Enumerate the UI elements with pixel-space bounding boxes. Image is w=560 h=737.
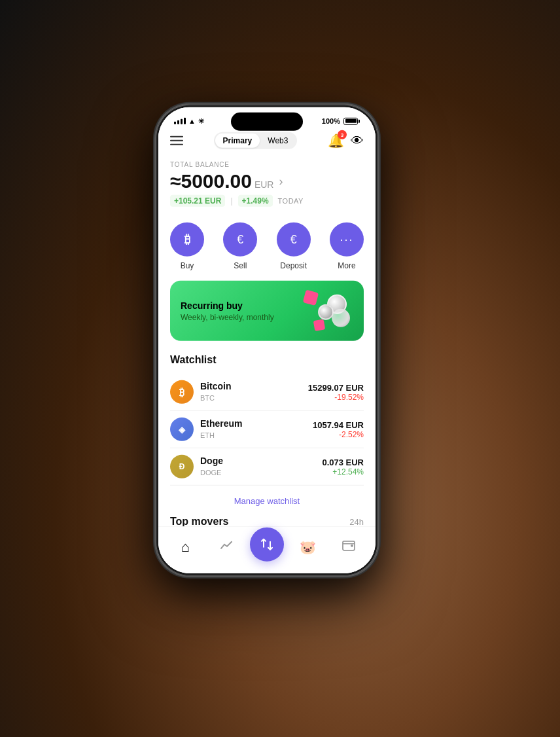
- buy-icon-circle: ₿: [170, 223, 204, 257]
- signal-bar-4: [184, 118, 186, 124]
- main-content: TOTAL BALANCE ≈5000.00EUR › +105.21 EUR …: [158, 156, 376, 543]
- nav-markets[interactable]: [205, 537, 246, 556]
- coin-info-btc: ₿ Bitcoin BTC: [170, 380, 231, 404]
- swap-button[interactable]: [250, 527, 284, 561]
- more-icon: ···: [340, 232, 353, 246]
- signal-bars: [174, 118, 186, 124]
- nav-savings[interactable]: 🐷: [287, 539, 328, 554]
- savings-icon: 🐷: [300, 539, 316, 554]
- btc-change: -19.52%: [308, 392, 364, 401]
- more-icon-circle: ···: [330, 223, 364, 257]
- deco-shape-2: [313, 319, 326, 332]
- eth-price: 1057.94 EUR -2.52%: [313, 420, 364, 439]
- nav-swap[interactable]: [247, 527, 287, 566]
- home-icon: ⌂: [181, 538, 190, 555]
- balance-change: +105.21 EUR | +1.49% TODAY: [170, 195, 364, 207]
- deposit-icon: €: [290, 232, 297, 246]
- swap-icon: [259, 536, 275, 552]
- status-right: 100%: [322, 117, 360, 125]
- banner-subtitle: Weekly, bi-weekly, monthly: [181, 312, 274, 321]
- eth-icon: ◈: [170, 418, 194, 441]
- nav-header: Primary Web3 🔔 3 👁: [158, 128, 376, 156]
- hamburger-line-1: [170, 136, 183, 137]
- watchlist-section: Watchlist ₿ Bitcoin BTC: [170, 354, 364, 516]
- deposit-icon-circle: €: [277, 223, 311, 257]
- doge-name: Doge: [200, 456, 223, 466]
- doge-price-value: 0.073 EUR: [322, 457, 364, 467]
- coin-info-eth: ◈ Ethereum ETH: [170, 418, 243, 441]
- watchlist-item-doge[interactable]: Ð Doge DOGE 0.073 EUR +12.54%: [170, 448, 364, 486]
- banner-text: Recurring buy Weekly, bi-weekly, monthly: [181, 300, 274, 321]
- time-label: 24h: [349, 516, 364, 526]
- coin-info-doge: Ð Doge DOGE: [170, 455, 223, 478]
- tab-web3[interactable]: Web3: [260, 134, 296, 148]
- separator: |: [230, 196, 232, 206]
- more-button[interactable]: ··· More: [330, 223, 364, 270]
- doge-change: +12.54%: [322, 467, 364, 476]
- portfolio-icon: [341, 537, 356, 556]
- buy-button[interactable]: ₿ Buy: [170, 223, 204, 270]
- buy-icon: ₿: [184, 232, 190, 246]
- signal-bar-1: [174, 122, 176, 124]
- deposit-label: Deposit: [280, 261, 307, 270]
- tab-switcher: Primary Web3: [214, 132, 298, 149]
- doge-ticker: DOGE: [200, 469, 221, 476]
- balance-currency: EUR: [254, 179, 274, 190]
- more-label: More: [338, 261, 355, 270]
- buy-label: Buy: [181, 261, 194, 270]
- balance-value: ≈5000.00: [170, 170, 252, 192]
- eth-symbol: ◈: [179, 424, 185, 434]
- eye-icon[interactable]: 👁: [351, 133, 364, 148]
- nav-home[interactable]: ⌂: [165, 538, 205, 555]
- manage-watchlist-label: Manage watchlist: [234, 496, 300, 506]
- eth-details: Ethereum ETH: [200, 418, 243, 440]
- battery-icon: [343, 117, 360, 124]
- phone-frame: ▲ ✳ 9:41 100%: [156, 105, 378, 576]
- wifi-icon: ▲: [188, 117, 196, 125]
- change-amount: +105.21 EUR: [170, 195, 225, 207]
- markets-icon: [219, 537, 234, 556]
- eth-change: -2.52%: [313, 429, 364, 439]
- sell-button[interactable]: € Sell: [223, 223, 257, 270]
- change-percent: +1.49%: [238, 195, 273, 207]
- hamburger-button[interactable]: [170, 136, 183, 145]
- signal-bar-2: [177, 120, 179, 124]
- sell-icon-circle: €: [223, 223, 257, 257]
- btc-price: 15299.07 EUR -19.52%: [308, 382, 364, 401]
- wallet-icon: [341, 537, 356, 552]
- battery-percent: 100%: [322, 117, 340, 125]
- banner-illustration: [301, 291, 353, 331]
- bluetooth-icon: ✳: [198, 117, 204, 125]
- balance-section: TOTAL BALANCE ≈5000.00EUR › +105.21 EUR …: [170, 156, 364, 216]
- btc-details: Bitcoin BTC: [200, 381, 231, 403]
- balance-detail-button[interactable]: ›: [279, 174, 283, 188]
- manage-watchlist-button[interactable]: Manage watchlist: [170, 486, 364, 516]
- btc-name: Bitcoin: [200, 381, 231, 391]
- deposit-button[interactable]: € Deposit: [277, 223, 311, 270]
- chart-icon: [219, 537, 234, 552]
- dynamic-island: [231, 113, 303, 131]
- doge-symbol: Ð: [179, 462, 185, 471]
- doge-price: 0.073 EUR +12.54%: [322, 457, 364, 476]
- action-buttons: ₿ Buy € Sell €: [170, 216, 364, 281]
- change-label: TODAY: [278, 197, 304, 205]
- balance-row: ≈5000.00EUR ›: [170, 170, 364, 192]
- doge-icon: Ð: [170, 455, 194, 478]
- status-left: ▲ ✳: [174, 117, 204, 125]
- btc-icon: ₿: [170, 380, 194, 404]
- watchlist-item-btc[interactable]: ₿ Bitcoin BTC 15299.07 EUR -19.52%: [170, 374, 364, 411]
- signal-bar-3: [181, 119, 183, 124]
- btc-price-value: 15299.07 EUR: [308, 382, 364, 392]
- btc-ticker: BTC: [200, 394, 215, 402]
- notification-button[interactable]: 🔔 3: [328, 133, 344, 149]
- watchlist-title: Watchlist: [170, 354, 364, 366]
- eth-price-value: 1057.94 EUR: [313, 420, 364, 429]
- eth-ticker: ETH: [200, 431, 215, 439]
- hamburger-line-2: [170, 140, 183, 141]
- watchlist-item-eth[interactable]: ◈ Ethereum ETH 1057.94 EUR -2.52%: [170, 411, 364, 448]
- balance-amount: ≈5000.00EUR: [170, 170, 273, 192]
- app-content: ▲ ✳ 9:41 100%: [158, 107, 376, 573]
- tab-primary[interactable]: Primary: [215, 134, 260, 148]
- nav-portfolio[interactable]: [328, 537, 369, 556]
- recurring-buy-banner[interactable]: Recurring buy Weekly, bi-weekly, monthly: [170, 281, 364, 341]
